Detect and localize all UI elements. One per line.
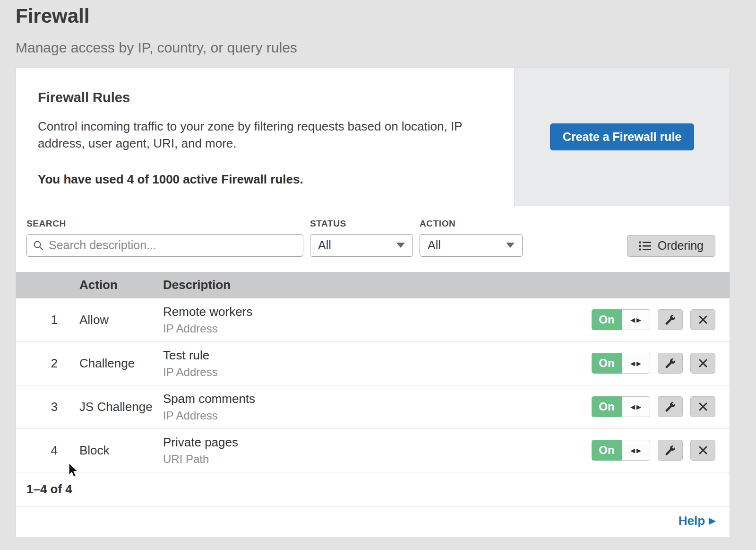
rule-description-cell: Remote workers IP Address [163,305,592,335]
action-label: ACTION [420,218,523,229]
action-column-header: Action [79,278,163,292]
rule-description-cell: Private pages URI Path [163,435,592,466]
rule-controls: On ◀ ▶ [592,396,730,417]
rule-match-type: URI Path [163,453,592,466]
edit-rule-button[interactable] [658,396,683,417]
rule-description-cell: Test rule IP Address [163,348,592,379]
status-selected-value: All [318,238,331,252]
wrench-icon [664,445,676,456]
delete-rule-button[interactable] [690,440,715,461]
toggle-left-arrow-icon: ◀ [630,447,635,454]
status-select[interactable]: All [310,234,413,257]
action-filter-group: ACTION All [420,218,523,257]
rule-toggle-arrows[interactable]: ◀ ▶ [622,396,650,417]
card-top-section: Firewall Rules Control incoming traffic … [16,68,730,206]
wrench-icon [664,314,676,326]
rule-toggle-arrows[interactable]: ◀ ▶ [622,353,650,374]
table-row: 3 JS Challenge Spam comments IP Address … [16,385,730,429]
rule-controls: On ◀ ▶ [592,353,730,374]
edit-rule-button[interactable] [658,353,683,374]
toggle-right-arrow-icon: ▶ [636,403,641,410]
firewall-rules-card: Firewall Rules Control incoming traffic … [16,68,730,537]
card-action-panel: Create a Firewall rule [514,68,730,206]
search-label: SEARCH [26,218,303,229]
toggle-left-arrow-icon: ◀ [630,403,635,410]
table-row: 4 Block Private pages URI Path On ◀ ▶ [16,429,730,472]
rule-controls: On ◀ ▶ [592,440,730,461]
rule-toggle-group: On ◀ ▶ [592,440,650,461]
action-select[interactable]: All [420,234,523,257]
create-firewall-rule-button[interactable]: Create a Firewall rule [550,123,695,150]
rule-toggle-group: On ◀ ▶ [592,396,650,417]
help-row: Help ▶ [16,506,730,537]
close-icon [697,445,709,456]
wrench-icon [664,358,676,369]
ordering-button-label: Ordering [658,239,704,253]
ordering-button[interactable]: Ordering [627,235,715,257]
rule-toggle-arrows[interactable]: ◀ ▶ [622,309,650,330]
action-selected-value: All [428,238,441,252]
rule-action: Block [79,443,163,458]
rule-toggle-on[interactable]: On [592,440,622,461]
toggle-right-arrow-icon: ▶ [636,316,641,323]
delete-rule-button[interactable] [690,353,715,374]
edit-rule-button[interactable] [658,309,683,330]
filters-bar: SEARCH STATUS All ACTION All [16,206,730,272]
table-row: 2 Challenge Test rule IP Address On ◀ ▶ [16,342,730,385]
rule-description: Remote workers [163,305,592,319]
search-box[interactable] [26,234,303,257]
rule-toggle-group: On ◀ ▶ [592,353,650,374]
card-heading: Firewall Rules [38,90,492,105]
chevron-down-icon [506,243,515,248]
toggle-right-arrow-icon: ▶ [636,360,641,367]
toggle-right-arrow-icon: ▶ [636,447,641,454]
page-header: Firewall Manage access by IP, country, o… [0,0,756,56]
rule-priority: 1 [16,313,79,327]
rule-toggle-arrows[interactable]: ◀ ▶ [622,440,650,461]
help-arrow-icon: ▶ [709,515,715,526]
close-icon [697,401,709,412]
pagination: 1–4 of 4 [16,472,730,506]
edit-rule-button[interactable] [658,440,683,461]
search-input[interactable] [49,238,297,252]
card-intro: Firewall Rules Control incoming traffic … [16,68,514,206]
rule-priority: 4 [16,443,79,458]
toggle-left-arrow-icon: ◀ [630,360,635,367]
rule-match-type: IP Address [163,322,592,335]
rule-toggle-on[interactable]: On [592,353,622,374]
card-description: Control incoming traffic to your zone by… [38,118,487,152]
status-label: STATUS [310,218,413,229]
page-title: Firewall [16,5,756,27]
rule-action: Allow [79,313,163,327]
rule-description: Spam comments [163,392,592,406]
close-icon [697,314,709,325]
help-link-label: Help [679,514,705,528]
rule-priority: 2 [16,356,79,371]
search-filter-group: SEARCH [26,218,303,257]
help-link[interactable]: Help ▶ [679,514,715,528]
rule-priority: 3 [16,400,79,414]
close-icon [697,358,709,369]
chevron-down-icon [396,243,405,248]
rule-match-type: IP Address [163,409,592,422]
rule-action: Challenge [79,356,163,371]
status-filter-group: STATUS All [310,218,413,257]
rule-toggle-on[interactable]: On [592,396,622,417]
delete-rule-button[interactable] [690,309,715,330]
rule-match-type: IP Address [163,366,592,379]
table-row: 1 Allow Remote workers IP Address On ◀ ▶ [16,298,730,342]
rule-description: Test rule [163,348,592,363]
usage-summary: You have used 4 of 1000 active Firewall … [38,172,492,187]
rule-action: JS Challenge [79,400,163,414]
ordering-list-icon [639,241,651,251]
wrench-icon [664,401,676,413]
rule-toggle-group: On ◀ ▶ [592,309,650,330]
page-subtitle: Manage access by IP, country, or query r… [16,40,756,56]
toggle-left-arrow-icon: ◀ [630,316,635,323]
description-column-header: Description [163,278,730,292]
rule-description-cell: Spam comments IP Address [163,392,592,422]
rule-toggle-on[interactable]: On [592,309,622,330]
rule-controls: On ◀ ▶ [592,309,730,330]
delete-rule-button[interactable] [690,396,715,417]
search-icon [33,240,44,251]
